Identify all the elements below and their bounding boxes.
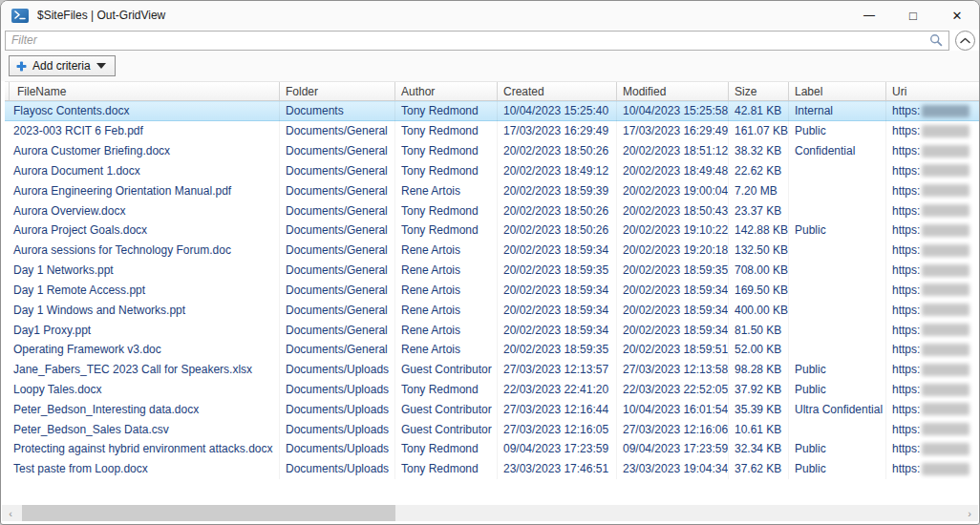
- window-title: $SiteFiles | Out-GridView: [37, 9, 165, 22]
- cell-filename: Loopy Tales.docx: [5, 380, 280, 400]
- cell-created: 20/02/2023 18:49:12: [498, 160, 617, 180]
- uri-redacted-blur: [922, 423, 969, 435]
- table-row[interactable]: Operating Framework v3.doc Documents/Gen…: [5, 340, 979, 360]
- cell-author: Tony Redmond: [395, 141, 498, 161]
- cell-modified: 20/02/2023 18:49:48: [617, 160, 729, 180]
- cell-author: Rene Artois: [395, 180, 498, 200]
- uri-prefix: https:: [892, 263, 920, 277]
- cell-created: 09/04/2023 17:23:59: [498, 439, 617, 459]
- cell-filename: Aurora sessions for Technology Forum.doc: [5, 241, 280, 261]
- table-row[interactable]: Peter_Bedson_Sales Data.csv Documents/Up…: [5, 419, 979, 439]
- cell-uri: https:: [886, 399, 979, 419]
- table-row[interactable]: Aurora Overview.docx Documents/General T…: [5, 200, 979, 220]
- column-header-modified[interactable]: Modified: [617, 82, 729, 100]
- uri-prefix: https:: [892, 243, 920, 257]
- table-row[interactable]: 2023-003 RCIT 6 Feb.pdf Documents/Genera…: [5, 121, 979, 141]
- uri-prefix: https:: [892, 363, 920, 376]
- cell-uri: https:: [886, 280, 979, 300]
- horizontal-scrollbar[interactable]: ‹ ›: [2, 505, 978, 521]
- add-criteria-button[interactable]: Add criteria: [9, 55, 116, 76]
- scroll-right-icon[interactable]: ›: [961, 505, 978, 521]
- cell-filename: Day1 Proxy.ppt: [5, 320, 280, 340]
- table-row[interactable]: Aurora Project Goals.docx Documents/Gene…: [5, 220, 979, 241]
- cell-modified: 27/03/2023 12:13:58: [617, 360, 729, 380]
- cell-author: Guest Contributor: [395, 419, 498, 439]
- close-icon[interactable]: ✕: [935, 1, 979, 30]
- uri-prefix: https:: [892, 343, 920, 356]
- column-header-author[interactable]: Author: [395, 82, 498, 100]
- cell-created: 27/03/2023 12:16:44: [498, 399, 617, 419]
- cell-created: 20/02/2023 18:59:35: [498, 340, 617, 360]
- cell-filename: Aurora Document 1.docx: [5, 160, 280, 180]
- uri-redacted-blur: [922, 284, 969, 296]
- cell-size: 169.50 KB: [729, 280, 789, 300]
- cell-filename: Operating Framework v3.doc: [5, 340, 280, 360]
- column-header-uri[interactable]: Uri: [886, 82, 979, 100]
- table-row[interactable]: Day1 Proxy.ppt Documents/General Rene Ar…: [5, 320, 979, 340]
- column-header-folder[interactable]: Folder: [280, 82, 395, 100]
- scroll-left-icon[interactable]: ‹: [2, 505, 19, 521]
- cell-author: Tony Redmond: [395, 200, 498, 220]
- collapse-filter-button[interactable]: [955, 31, 975, 51]
- cell-created: 20/02/2023 18:59:39: [498, 180, 617, 200]
- cell-author: Rene Artois: [395, 300, 498, 320]
- table-row[interactable]: Flayosc Contents.docx Documents Tony Red…: [5, 101, 979, 121]
- filter-row: [1, 30, 979, 51]
- table-row[interactable]: Aurora Engineering Orientation Manual.pd…: [5, 180, 979, 200]
- table-row[interactable]: Day 1 Networks.ppt Documents/General Ren…: [5, 261, 979, 281]
- table-row[interactable]: Day 1 Windows and Networks.ppt Documents…: [5, 300, 979, 320]
- cell-uri: https:: [886, 180, 979, 200]
- uri-redacted-blur: [922, 403, 969, 415]
- window-controls: — □ ✕: [847, 1, 979, 30]
- uri-redacted-blur: [922, 364, 969, 376]
- scrollbar-thumb[interactable]: [22, 505, 395, 521]
- grid-header: FileName Folder Author Created Modified …: [5, 81, 979, 101]
- criteria-row: Add criteria: [1, 51, 979, 81]
- table-row[interactable]: Day 1 Remote Access.ppt Documents/Genera…: [5, 280, 979, 300]
- titlebar: $SiteFiles | Out-GridView — □ ✕: [1, 1, 979, 30]
- file-grid: FileName Folder Author Created Modified …: [5, 81, 979, 479]
- table-row[interactable]: Loopy Tales.docx Documents/Uploads Tony …: [5, 380, 979, 400]
- table-row[interactable]: Aurora Customer Briefing.docx Documents/…: [5, 141, 979, 161]
- filter-input[interactable]: [6, 33, 929, 47]
- column-header-created[interactable]: Created: [498, 82, 617, 100]
- cell-label: [789, 160, 886, 180]
- cell-modified: 20/02/2023 18:59:34: [617, 320, 729, 340]
- cell-modified: 22/03/2023 22:52:05: [617, 380, 729, 400]
- cell-folder: Documents/General: [280, 141, 395, 161]
- cell-label: Public: [789, 360, 886, 380]
- cell-size: 132.50 KB: [729, 241, 789, 261]
- table-row[interactable]: Protecting against hybrid environment at…: [5, 439, 979, 459]
- cell-size: 400.00 KB: [729, 300, 789, 320]
- table-row[interactable]: Jane_Fabers_TEC 2023 Call for Speakers.x…: [5, 360, 979, 380]
- cell-filename: Flayosc Contents.docx: [5, 101, 280, 121]
- cell-folder: Documents: [280, 101, 395, 121]
- cell-filename: Day 1 Windows and Networks.ppt: [5, 300, 280, 320]
- uri-prefix: https:: [892, 223, 920, 237]
- column-header-label[interactable]: Label: [789, 82, 886, 100]
- table-row[interactable]: Aurora sessions for Technology Forum.doc…: [5, 241, 979, 261]
- cell-folder: Documents/Uploads: [280, 439, 395, 459]
- column-header-size[interactable]: Size: [729, 82, 789, 100]
- cell-modified: 20/02/2023 18:59:51: [617, 340, 729, 360]
- table-row[interactable]: Test paste from Loop.docx Documents/Uplo…: [5, 459, 979, 479]
- cell-filename: Test paste from Loop.docx: [5, 459, 280, 479]
- cell-label: Internal: [789, 101, 886, 121]
- minimize-icon[interactable]: —: [847, 1, 891, 30]
- cell-label: Public: [789, 439, 886, 459]
- cell-modified: 20/02/2023 19:10:22: [617, 220, 729, 241]
- cell-uri: https:: [886, 141, 979, 161]
- table-row[interactable]: Peter_Bedson_Interesting data.docx Docum…: [5, 399, 979, 419]
- cell-folder: Documents/General: [280, 121, 395, 141]
- cell-filename: Day 1 Networks.ppt: [5, 261, 280, 281]
- cell-filename: Aurora Overview.docx: [5, 200, 280, 220]
- cell-label: Public: [789, 220, 886, 241]
- uri-redacted-blur: [922, 184, 969, 197]
- table-row[interactable]: Aurora Document 1.docx Documents/General…: [5, 160, 979, 180]
- cell-folder: Documents/Uploads: [280, 459, 395, 479]
- column-header-filename[interactable]: FileName: [10, 82, 280, 100]
- maximize-icon[interactable]: □: [891, 1, 935, 30]
- cell-folder: Documents/Uploads: [280, 360, 395, 380]
- uri-prefix: https:: [892, 284, 920, 297]
- cell-size: 42.81 KB: [729, 101, 789, 121]
